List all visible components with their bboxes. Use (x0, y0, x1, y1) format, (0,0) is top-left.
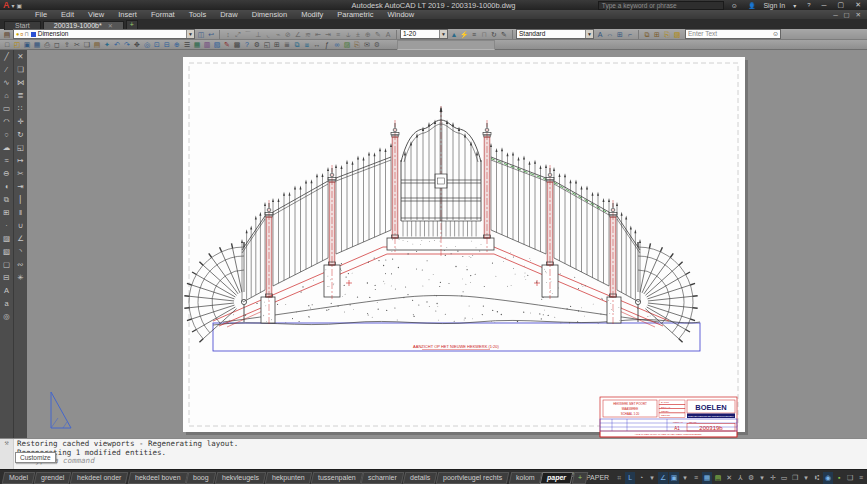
polar-dd-icon[interactable]: ▾ (647, 472, 657, 484)
layout-tab-details[interactable]: details (403, 472, 438, 484)
workspace-switching-icon[interactable]: ⚙ (746, 472, 756, 484)
table-icon[interactable]: ⊟ (0, 271, 13, 284)
help-icon[interactable]: ? (242, 40, 252, 49)
space-indicator[interactable]: PAPER (586, 474, 609, 481)
hyperlink-icon[interactable]: ∞ (332, 40, 342, 49)
array-icon[interactable]: ∷ (14, 102, 27, 115)
circle-icon[interactable]: ○ (0, 128, 13, 141)
annotation-monitor-icon[interactable]: ✛ (768, 472, 778, 484)
dim-radius-icon[interactable]: ◟ (263, 30, 273, 39)
extend-icon[interactable]: ⇥ (14, 180, 27, 193)
trim-icon[interactable]: ✂ (14, 167, 27, 180)
annotation-visibility-icon[interactable]: ▤ (713, 472, 723, 484)
keyword-search-input[interactable]: Type a keyword or phrase (598, 1, 724, 10)
line-icon[interactable]: ╱ (0, 50, 13, 63)
insert-block-icon[interactable]: ⧉ (642, 30, 652, 39)
tolerance-icon[interactable]: ± (353, 30, 363, 39)
drawing-viewport[interactable]: AANZICHT OP HET NIEUWE HEKWERK (1:20)HEK… (27, 50, 867, 438)
menu-dimension[interactable]: Dimension (245, 10, 294, 20)
annotation-visibility-icon[interactable]: ▲ (449, 30, 459, 39)
autocad-logo-icon[interactable]: A (3, 0, 10, 10)
workspace-dd-icon[interactable]: ▾ (757, 472, 767, 484)
ellipse-icon[interactable]: ⊖ (0, 167, 13, 180)
dim-text-edit-icon[interactable]: A (383, 30, 393, 39)
viewport-lock-icon[interactable]: ⊓ (479, 30, 489, 39)
annotation-scale-list-icon[interactable]: ≡ (469, 30, 479, 39)
regen-icon[interactable]: ↻ (489, 30, 499, 39)
join-icon[interactable]: ∪ (14, 219, 27, 232)
field-icon[interactable]: ƒ (322, 40, 332, 49)
ortho-mode-icon[interactable]: L (625, 472, 635, 484)
multiline-text-icon[interactable]: A (0, 284, 13, 297)
text-style-combo[interactable]: Standard ▼ (516, 29, 594, 39)
stretch-icon[interactable]: ↦ (14, 154, 27, 167)
copy-clip-icon[interactable]: ❏ (82, 40, 92, 49)
menu-view[interactable]: View (81, 10, 111, 20)
quick-access-save-icon[interactable]: ▾ (12, 2, 15, 9)
workspaces-icon[interactable]: ⚙ (252, 40, 262, 49)
viewports-icon[interactable]: ⊞ (272, 40, 282, 49)
graphics-performance-icon[interactable]: ◉ (823, 472, 833, 484)
help-icon[interactable]: ? (804, 2, 813, 8)
autoscale-icon[interactable]: ✕ (724, 472, 734, 484)
fillet-icon[interactable]: ◝ (14, 245, 27, 258)
osnap-dd-icon[interactable]: ▾ (680, 472, 690, 484)
region-icon[interactable]: ▢ (0, 258, 13, 271)
designcenter-icon[interactable]: ▦ (192, 40, 202, 49)
table-style-icon[interactable]: ⊞ (615, 30, 625, 39)
zoom-realtime-icon[interactable]: ◎ (142, 40, 152, 49)
quick-view-dd-icon[interactable]: ▾ (801, 472, 811, 484)
tool-palettes-icon[interactable]: ▥ (202, 40, 212, 49)
dim-jogged-icon[interactable]: ⌁ (273, 30, 283, 39)
close-button[interactable]: ✕ (852, 1, 864, 9)
object-snap-icon[interactable]: ▣ (669, 472, 679, 484)
menu-draw[interactable]: Draw (213, 10, 245, 20)
attach-xref-icon[interactable]: ⎘ (662, 30, 672, 39)
isolate-objects-icon[interactable]: ▪ (834, 472, 844, 484)
break-icon[interactable]: ‖ (14, 206, 27, 219)
quick-dimension-icon[interactable]: ≋ (303, 30, 313, 39)
clean-screen-icon[interactable]: ❏ (845, 472, 855, 484)
multileader-style-icon[interactable]: ⌐ (625, 30, 635, 39)
match-properties-icon[interactable]: ✦ (102, 40, 112, 49)
mirror-icon[interactable]: ⋈ (14, 76, 27, 89)
layer-previous-icon[interactable]: ↩ (206, 30, 216, 39)
layout-tab-scharnier[interactable]: scharnier (361, 472, 404, 484)
move-icon[interactable]: ✛ (14, 115, 27, 128)
chamfer-icon[interactable]: ∠ (14, 232, 27, 245)
redo-icon[interactable]: ↷ (122, 40, 132, 49)
menu-modify[interactable]: Modify (294, 10, 330, 20)
save-as-icon[interactable]: ▦ (32, 40, 42, 49)
annotation-scale-icon[interactable]: ⅄ (735, 472, 745, 484)
menu-tools[interactable]: Tools (182, 10, 214, 20)
layer-combo[interactable]: ● ¤ ⊓ Dimension ▼ (13, 29, 195, 39)
raster-image-icon[interactable]: ▨ (342, 40, 352, 49)
point-icon[interactable]: · (0, 219, 13, 232)
cut-icon[interactable]: ✂ (72, 40, 82, 49)
scale-icon[interactable]: ◱ (14, 141, 27, 154)
menu-window[interactable]: Window (381, 10, 422, 20)
insert-block-icon[interactable]: ⧉ (0, 193, 13, 206)
erase-icon[interactable]: ✕ (14, 50, 27, 63)
dim-diameter-icon[interactable]: ⊘ (283, 30, 293, 39)
layout-tab-hekdeel-boven[interactable]: hekdeel boven (128, 472, 188, 484)
quick-view-layouts-icon[interactable]: ❐ (790, 472, 800, 484)
lineweight-icon[interactable]: ≡ (691, 472, 701, 484)
group-icon[interactable]: ⧉ (292, 40, 302, 49)
isometric-drafting-icon[interactable]: ∠ (658, 472, 668, 484)
layout-tab-poortvleugel-rechts[interactable]: poortvleugel rechts (436, 472, 510, 484)
measure-icon[interactable]: ↔ (312, 40, 322, 49)
zoom-window-icon[interactable]: ⊡ (152, 40, 162, 49)
text-search-field[interactable]: Enter Text ⊙ (685, 29, 781, 39)
polygon-icon[interactable]: ⌂ (0, 89, 13, 102)
polar-tracking-icon[interactable]: ◔ (636, 472, 646, 484)
dim-aligned-icon[interactable]: ⤢ (233, 30, 243, 39)
quickcalc-icon[interactable]: ▩ (232, 40, 242, 49)
layout-tab-grendel[interactable]: grendel (34, 472, 72, 484)
plot-icon[interactable]: ⎙ (42, 40, 52, 49)
blend-curves-icon[interactable]: ∾ (14, 258, 27, 271)
zoom-extents-icon[interactable]: ⊕ (172, 40, 182, 49)
make-block-icon[interactable]: ⊞ (0, 206, 13, 219)
markup-set-manager-icon[interactable]: ✎ (222, 40, 232, 49)
menu-edit[interactable]: Edit (54, 10, 81, 20)
